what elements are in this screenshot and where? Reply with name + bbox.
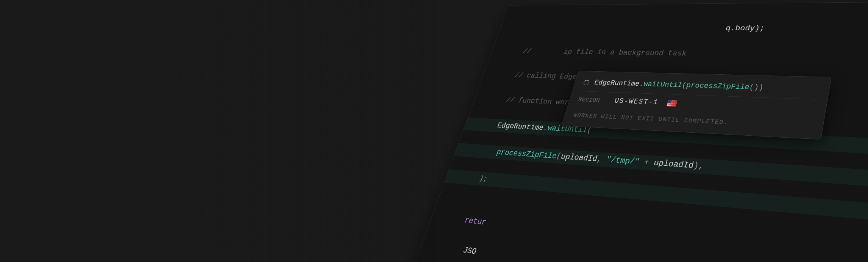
tooltip-title-text: EdgeRuntime.waitUntil(processZipFile()) [593,79,764,92]
code-token: "/tmp/" [605,155,641,166]
code-token: waitUntil [643,80,683,89]
code-token: retur [463,216,487,227]
code-token: EdgeRuntime [496,121,545,132]
code-token: q.body); [725,24,765,33]
code-token: uploadId [560,152,598,163]
code-line: // ip file in a background task [498,45,868,65]
region-value: US-WEST-1 [614,97,659,107]
spinner-icon [583,80,590,85]
us-flag-icon [667,100,678,107]
region-label: REGION [578,96,607,104]
code-token: JSO [462,245,478,256]
code-token: processZipFile [685,82,750,91]
code-token: ), [692,161,705,171]
code-token: processZipFile [495,148,558,161]
code-token: uploadId [653,158,695,170]
fade-overlay [0,0,434,262]
code-token: EdgeRuntime [593,79,640,88]
code-comment: // ip file in a background task [522,47,688,58]
code-line: q.body); [506,22,868,36]
code-editor: q.body); // ip file in a background task… [325,1,868,262]
code-token: ); [478,174,489,184]
